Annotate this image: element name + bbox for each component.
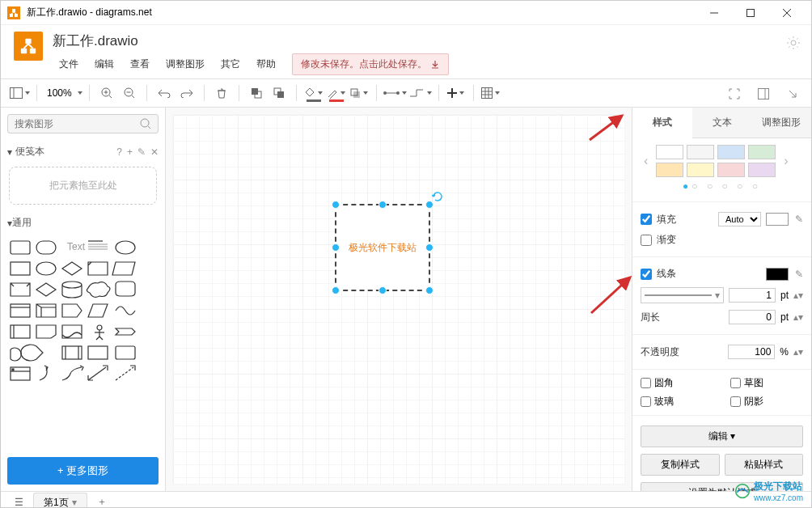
shadow-checkbox[interactable] <box>730 396 741 407</box>
shadow-button[interactable] <box>349 83 370 104</box>
zoom-out-button[interactable] <box>119 83 140 104</box>
palette-prev-icon[interactable]: ‹ <box>641 154 651 168</box>
swatch[interactable] <box>656 145 683 159</box>
rotate-handle[interactable] <box>432 191 443 202</box>
window-minimize-button[interactable] <box>696 1 732 25</box>
menu-file[interactable]: 文件 <box>53 54 85 74</box>
resize-handle-ml[interactable] <box>332 243 340 252</box>
zoom-in-button[interactable] <box>96 83 117 104</box>
copy-style-button[interactable]: 复制样式 <box>641 454 720 476</box>
edit-pen-icon[interactable]: ✎ <box>795 269 803 280</box>
resize-handle-tm[interactable] <box>379 201 387 209</box>
fill-mode-select[interactable]: Auto <box>718 212 761 226</box>
opacity-input[interactable] <box>728 345 775 359</box>
scratchpad-header[interactable]: ▾ 便笺本 ? + ✎ ✕ <box>1 140 165 163</box>
insert-button[interactable] <box>446 83 467 104</box>
fill-color-chip[interactable] <box>766 213 789 226</box>
waypoints-button[interactable] <box>408 83 432 104</box>
scratchpad-add-icon[interactable]: + <box>127 146 133 158</box>
expand-icon[interactable] <box>782 83 803 104</box>
shapes-palette[interactable]: Text <box>1 235 165 451</box>
window-maximize-button[interactable] <box>732 1 768 25</box>
canvas-grid[interactable]: 极光软件下载站 <box>172 114 625 485</box>
resize-handle-tl[interactable] <box>332 201 340 209</box>
svg-rect-58 <box>11 262 30 275</box>
fullscreen-button[interactable] <box>724 83 745 104</box>
page-tab-1[interactable]: 第1页▾ <box>33 493 87 509</box>
brightness-icon[interactable] <box>787 36 800 52</box>
sketch-checkbox[interactable] <box>730 378 741 388</box>
redo-button[interactable] <box>176 83 197 104</box>
fill-color-button[interactable] <box>303 83 324 104</box>
view-mode-button[interactable] <box>9 83 30 104</box>
menu-arrange[interactable]: 调整图形 <box>159 54 211 74</box>
menu-help[interactable]: 帮助 <box>250 54 282 74</box>
swatch[interactable] <box>687 163 714 177</box>
swatch[interactable] <box>748 145 776 159</box>
stepper-icon[interactable]: ▴▾ <box>793 311 803 323</box>
zoom-level[interactable]: 100% <box>44 83 82 104</box>
line-style-select[interactable]: ▾ <box>641 287 724 303</box>
swatch[interactable] <box>748 163 776 177</box>
svg-rect-50 <box>11 241 30 254</box>
selected-shape[interactable]: 极光软件下载站 <box>335 204 430 291</box>
svg-rect-35 <box>353 91 360 98</box>
paste-style-button[interactable]: 粘贴样式 <box>725 454 804 476</box>
pages-menu-button[interactable]: ☰ <box>7 493 30 509</box>
resize-handle-mr[interactable] <box>425 243 433 252</box>
set-default-style-button[interactable]: 设置为默认样式 <box>641 482 803 491</box>
search-shapes-box[interactable] <box>7 114 159 133</box>
unsaved-warning[interactable]: 修改未保存。点击此处保存。 <box>292 53 449 75</box>
scratchpad-help-icon[interactable]: ? <box>116 146 122 158</box>
canvas-area[interactable]: 极光软件下载站 <box>166 108 632 491</box>
search-input[interactable] <box>15 118 140 129</box>
menu-edit[interactable]: 编辑 <box>88 54 121 74</box>
menu-view[interactable]: 查看 <box>124 54 156 74</box>
line-color-chip[interactable] <box>766 268 789 281</box>
perimeter-input[interactable] <box>729 310 776 324</box>
to-front-button[interactable] <box>246 83 267 104</box>
stepper-icon[interactable]: ▴▾ <box>793 346 803 358</box>
swatch[interactable] <box>656 163 683 177</box>
stepper-icon[interactable]: ▴▾ <box>793 290 803 301</box>
format-panel: 样式 文本 调整图形 ‹ › <box>632 108 811 491</box>
rounded-checkbox[interactable] <box>641 378 651 388</box>
swatch[interactable] <box>717 163 745 177</box>
swatch[interactable] <box>687 145 714 159</box>
resize-handle-br[interactable] <box>425 286 433 294</box>
glass-checkbox[interactable] <box>641 396 651 407</box>
line-checkbox[interactable] <box>641 269 652 280</box>
connection-button[interactable] <box>383 83 407 104</box>
tab-style[interactable]: 样式 <box>632 108 692 138</box>
tab-text[interactable]: 文本 <box>692 108 752 138</box>
delete-button[interactable] <box>211 83 232 104</box>
format-panel-button[interactable] <box>753 83 774 104</box>
scratchpad-edit-icon[interactable]: ✎ <box>137 146 146 158</box>
resize-handle-bl[interactable] <box>332 286 340 294</box>
tab-arrange[interactable]: 调整图形 <box>751 108 811 138</box>
svg-rect-11 <box>30 49 36 53</box>
edit-pen-icon[interactable]: ✎ <box>795 214 803 225</box>
table-button[interactable] <box>480 83 501 104</box>
svg-line-67 <box>96 337 99 340</box>
window-close-button[interactable] <box>768 1 805 25</box>
palette-next-icon[interactable]: › <box>780 154 791 168</box>
undo-button[interactable] <box>154 83 175 104</box>
general-shapes-header[interactable]: ▾ 通用 <box>1 211 165 235</box>
line-label: 线条 <box>657 267 761 281</box>
fill-checkbox[interactable] <box>641 214 652 225</box>
resize-handle-bm[interactable] <box>379 286 387 294</box>
svg-point-48 <box>141 119 149 127</box>
menu-extras[interactable]: 其它 <box>214 54 247 74</box>
more-shapes-button[interactable]: + 更多图形 <box>7 457 159 485</box>
to-back-button[interactable] <box>269 83 290 104</box>
swatch[interactable] <box>717 145 745 159</box>
line-color-button[interactable] <box>326 83 347 104</box>
add-page-button[interactable]: ＋ <box>91 493 113 509</box>
scratchpad-close-icon[interactable]: ✕ <box>150 146 159 158</box>
gradient-checkbox[interactable] <box>641 235 652 246</box>
scratchpad-dropzone[interactable]: 把元素拖至此处 <box>9 167 157 205</box>
line-width-input[interactable] <box>729 288 776 303</box>
document-title[interactable]: 新工作.drawio <box>53 32 798 50</box>
edit-style-button[interactable]: 编辑 ▾ <box>641 425 803 447</box>
